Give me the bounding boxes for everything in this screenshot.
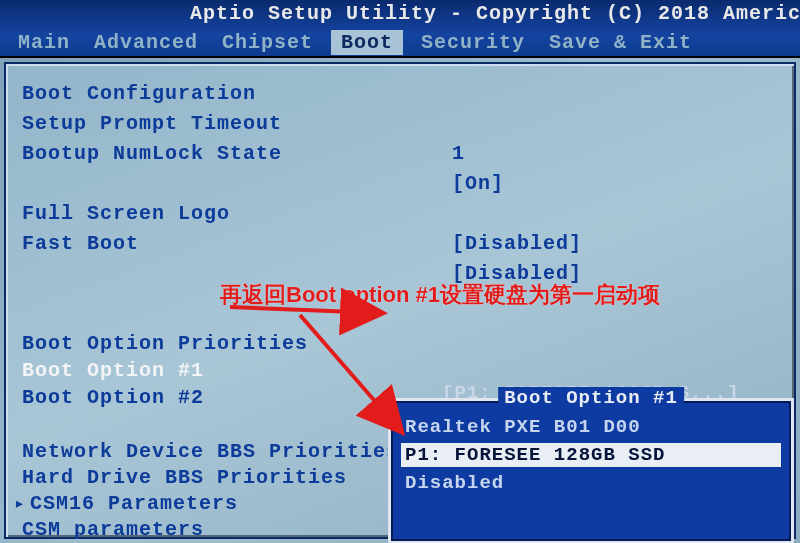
tab-advanced[interactable]: Advanced [88, 31, 204, 54]
popup-item-realtek-pxe[interactable]: Realtek PXE B01 D00 [401, 415, 781, 439]
header-bar: Aptio Setup Utility - Copyright (C) 2018… [0, 0, 800, 58]
full-screen-logo-value[interactable]: [Disabled] [452, 232, 582, 255]
popup-item-disabled[interactable]: Disabled [401, 471, 781, 495]
boot-option-2[interactable]: Boot Option #2 [22, 386, 204, 409]
submenu-network-bbs[interactable]: Network Device BBS Priorities [22, 440, 399, 463]
full-screen-logo-label[interactable]: Full Screen Logo [22, 202, 230, 225]
bios-screen: Aptio Setup Utility - Copyright (C) 2018… [0, 0, 800, 543]
fast-boot-label[interactable]: Fast Boot [22, 232, 139, 255]
submenu-csm16[interactable]: CSM16 Parameters [30, 492, 238, 515]
boot-option-popup: Boot Option #1 Realtek PXE B01 D00 P1: F… [388, 398, 794, 543]
tab-main[interactable]: Main [12, 31, 76, 54]
bootup-numlock-label[interactable]: Bootup NumLock State [22, 142, 282, 165]
submenu-hdd-bbs[interactable]: Hard Drive BBS Priorities [22, 466, 347, 489]
popup-title: Boot Option #1 [498, 387, 684, 409]
submenu-csm[interactable]: CSM parameters [22, 518, 204, 541]
app-title: Aptio Setup Utility - Copyright (C) 2018… [190, 2, 800, 25]
tab-boot[interactable]: Boot [331, 30, 403, 55]
setup-prompt-timeout-label[interactable]: Setup Prompt Timeout [22, 112, 282, 135]
annotation-text: 再返回Boot option #1设置硬盘为第一启动项 [220, 280, 660, 310]
bootup-numlock-value[interactable]: [On] [452, 172, 504, 195]
nav-tabs: Main Advanced Chipset Boot Security Save… [12, 30, 800, 55]
boot-priorities-title: Boot Option Priorities [22, 332, 308, 355]
setup-prompt-timeout-value[interactable]: 1 [452, 142, 465, 165]
submenu-marker-icon: ▸ [14, 492, 26, 514]
tab-save-exit[interactable]: Save & Exit [543, 31, 698, 54]
tab-chipset[interactable]: Chipset [216, 31, 319, 54]
boot-option-1[interactable]: Boot Option #1 [22, 359, 204, 382]
popup-item-foresee-ssd[interactable]: P1: FORESEE 128GB SSD [401, 443, 781, 467]
tab-security[interactable]: Security [415, 31, 531, 54]
section-title: Boot Configuration [22, 82, 256, 105]
